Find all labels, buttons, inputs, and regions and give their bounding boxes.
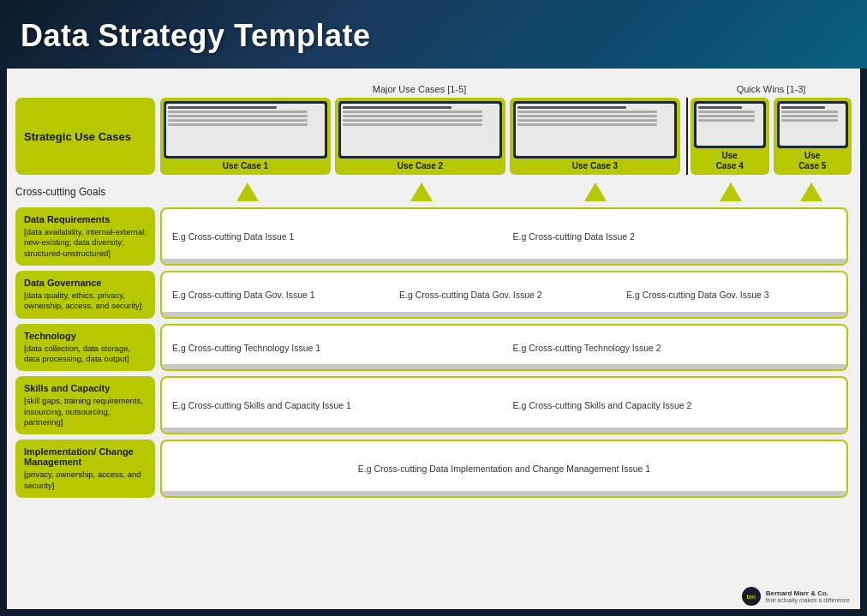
skills-capacity-content: E.g Cross-cutting Skills and Capacity Is… bbox=[160, 376, 848, 434]
data-governance-content: E.g Cross-cutting Data Gov. Issue 1 E.g … bbox=[160, 271, 848, 319]
card-line bbox=[698, 111, 755, 113]
card-line bbox=[517, 119, 657, 122]
card-line bbox=[698, 119, 755, 122]
card-line bbox=[781, 106, 825, 109]
card-line bbox=[517, 123, 657, 126]
use-case-card-5: UseCase 5 bbox=[774, 98, 852, 175]
major-use-cases-label: Major Use Cases [1-5] bbox=[155, 84, 684, 94]
cross-cutting-goals-row: Cross-cutting Goals bbox=[15, 180, 852, 204]
use-case-card-4: UseCase 4 bbox=[691, 98, 769, 175]
skills-capacity-row: Skills and Capacity [skill gaps, trainin… bbox=[15, 376, 852, 434]
technology-label: Technology bbox=[24, 331, 76, 341]
data-requirements-content: E.g Cross-cutting Data Issue 1 E.g Cross… bbox=[160, 207, 848, 266]
card-line bbox=[343, 106, 451, 109]
technology-box: Technology [data collection, data storag… bbox=[15, 324, 155, 372]
main-content: Major Use Cases [1-5] Quick Wins [1-3] S… bbox=[7, 69, 860, 609]
use-case-card-1: Use Case 1 bbox=[160, 98, 331, 175]
arrow-up-1 bbox=[236, 182, 259, 201]
technology-row: Technology [data collection, data storag… bbox=[15, 324, 852, 372]
cross-cutting-goals-label: Cross-cutting Goals bbox=[15, 186, 155, 198]
card-inner-4 bbox=[694, 101, 766, 148]
use-case-label-4: UseCase 4 bbox=[716, 151, 744, 171]
footer: bm Bernard Marr & Co. that actually make… bbox=[742, 587, 850, 606]
card-line bbox=[168, 123, 308, 126]
card-inner-2 bbox=[338, 101, 502, 158]
data-governance-cell: Data Governance [data quality, ethics, p… bbox=[15, 271, 155, 319]
technology-issue-2: E.g Cross-cutting Technology Issue 2 bbox=[513, 343, 837, 353]
card-line bbox=[168, 115, 308, 117]
content-box-bottom bbox=[162, 491, 846, 496]
data-governance-label: Data Governance bbox=[24, 278, 101, 288]
card-inner-1 bbox=[164, 101, 327, 158]
card-screen-1 bbox=[166, 104, 325, 156]
technology-content: E.g Cross-cutting Technology Issue 1 E.g… bbox=[160, 324, 848, 372]
skills-capacity-sublabel: [skill gaps, training requirements, inso… bbox=[24, 396, 146, 428]
data-governance-row: Data Governance [data quality, ethics, p… bbox=[15, 271, 852, 319]
skills-capacity-box: Skills and Capacity [skill gaps, trainin… bbox=[15, 376, 155, 434]
strategic-use-cases-label: Strategic Use Cases bbox=[24, 130, 131, 143]
skills-capacity-label: Skills and Capacity bbox=[24, 383, 110, 393]
header: Data Strategy Template bbox=[0, 0, 867, 69]
arrow-up-5 bbox=[800, 182, 822, 201]
card-line bbox=[168, 119, 308, 122]
card-line bbox=[517, 111, 657, 113]
data-requirements-row: Data Requirements [data availability, in… bbox=[15, 207, 852, 266]
card-line bbox=[343, 115, 482, 117]
data-governance-issue-3: E.g Cross-cutting Data Gov. Issue 3 bbox=[626, 290, 836, 300]
top-labels-row: Major Use Cases [1-5] Quick Wins [1-3] bbox=[15, 75, 852, 94]
card-line bbox=[781, 115, 838, 117]
major-use-cases-area: Use Case 1 Use Case 2 bbox=[160, 98, 680, 175]
use-case-label-2: Use Case 2 bbox=[398, 161, 443, 171]
implementation-sublabel: [privacy, ownership, access, and securit… bbox=[24, 469, 146, 491]
skills-capacity-cell: Skills and Capacity [skill gaps, trainin… bbox=[15, 376, 155, 434]
skills-issue-1: E.g Cross-cutting Skills and Capacity Is… bbox=[172, 400, 496, 410]
footer-logo: bm bbox=[742, 587, 761, 606]
implementation-box: Implementation/ Change Management [priva… bbox=[15, 440, 155, 498]
skills-issue-2: E.g Cross-cutting Skills and Capacity Is… bbox=[513, 400, 837, 410]
card-line bbox=[517, 115, 657, 117]
technology-cell: Technology [data collection, data storag… bbox=[15, 324, 155, 372]
use-case-label-5: UseCase 5 bbox=[798, 151, 826, 171]
footer-logo-text: bm bbox=[746, 594, 756, 600]
card-line bbox=[698, 106, 742, 109]
card-screen-5 bbox=[780, 104, 846, 146]
goals-arrows-major bbox=[160, 182, 682, 201]
arrow-up-4 bbox=[720, 182, 742, 201]
goals-arrows-quick bbox=[691, 182, 852, 201]
data-requirements-issue-1: E.g Cross-cutting Data Issue 1 bbox=[172, 231, 496, 242]
card-screen-2 bbox=[341, 104, 499, 156]
data-requirements-sublabel: [data availability, internal-external; n… bbox=[24, 227, 146, 259]
use-cases-row: Strategic Use Cases bbox=[15, 98, 852, 175]
strategic-use-cases-box: Strategic Use Cases bbox=[15, 98, 155, 175]
implementation-row: Implementation/ Change Management [priva… bbox=[15, 440, 852, 498]
card-line bbox=[168, 106, 277, 109]
content-box-bottom bbox=[162, 364, 846, 369]
data-requirements-cell: Data Requirements [data availability, in… bbox=[15, 207, 155, 266]
data-requirements-box: Data Requirements [data availability, in… bbox=[15, 207, 155, 266]
use-case-label-1: Use Case 1 bbox=[223, 161, 268, 171]
arrow-up-2 bbox=[410, 182, 433, 201]
data-governance-sublabel: [data quality, ethics, privacy, ownershi… bbox=[24, 290, 146, 312]
data-governance-issue-2: E.g Cross-cutting Data Gov. Issue 2 bbox=[399, 290, 609, 300]
technology-sublabel: [data collection, data storage, data pro… bbox=[24, 344, 146, 365]
use-case-label-3: Use Case 3 bbox=[572, 161, 618, 171]
content-box-bottom bbox=[162, 259, 846, 264]
data-governance-issue-1: E.g Cross-cutting Data Gov. Issue 1 bbox=[172, 290, 382, 300]
card-line bbox=[517, 106, 626, 109]
data-requirements-label: Data Requirements bbox=[24, 214, 110, 224]
implementation-content: E.g Cross-cutting Data Implementation an… bbox=[160, 440, 848, 498]
use-case-card-2: Use Case 2 bbox=[335, 98, 505, 175]
content-box-bottom bbox=[162, 312, 846, 317]
card-line bbox=[781, 111, 838, 113]
quick-wins-label: Quick Wins [1-3] bbox=[691, 84, 852, 94]
strategic-use-cases-cell: Strategic Use Cases bbox=[15, 98, 155, 175]
section-divider bbox=[686, 98, 688, 175]
technology-issue-1: E.g Cross-cutting Technology Issue 1 bbox=[172, 343, 496, 353]
card-line bbox=[698, 115, 755, 117]
use-case-card-3: Use Case 3 bbox=[510, 98, 680, 175]
footer-company-name: Bernard Marr & Co. bbox=[766, 589, 850, 598]
quick-wins-area: UseCase 4 UseCase 5 bbox=[691, 98, 852, 175]
page-container: Data Strategy Template Major Use Cases [… bbox=[0, 0, 867, 616]
card-line bbox=[168, 111, 308, 113]
footer-tagline: that actually makes a difference bbox=[766, 597, 850, 603]
